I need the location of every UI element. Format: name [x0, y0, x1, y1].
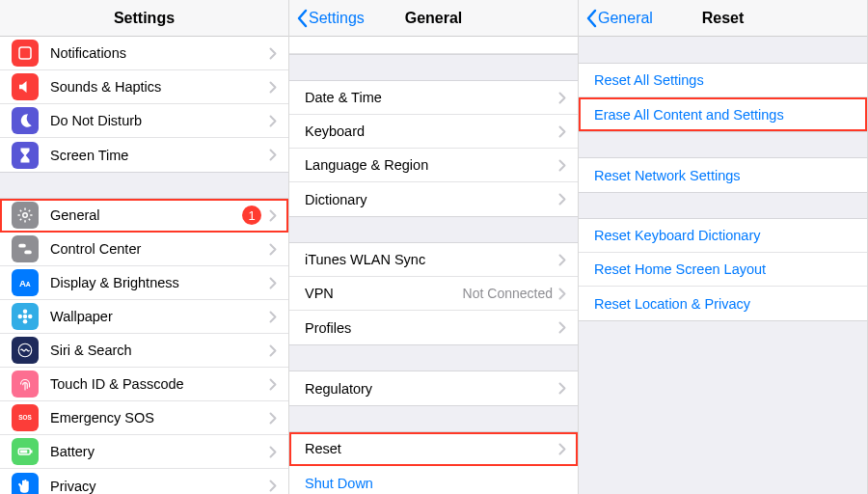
clipped-row: [289, 37, 578, 54]
chevron-right-icon: [269, 311, 277, 323]
row-label: Reset Keyboard Dictionary: [594, 228, 855, 243]
sidebar-item-general[interactable]: General1: [0, 199, 288, 233]
sidebar-item-emergency-sos[interactable]: SOSEmergency SOS: [0, 401, 288, 435]
page-title: General: [405, 10, 463, 27]
row-label: Language & Region: [305, 157, 558, 173]
page-title: Reset: [702, 10, 745, 27]
badge: 1: [242, 206, 261, 225]
svg-rect-0: [19, 47, 31, 59]
svg-rect-2: [18, 244, 26, 248]
hand-icon: [12, 473, 39, 495]
svg-point-8: [23, 319, 28, 324]
fingerprint-icon: [12, 370, 39, 398]
row-language-region[interactable]: Language & Region: [289, 149, 578, 182]
row-date-time[interactable]: Date & Time: [289, 81, 578, 115]
row-profiles[interactable]: Profiles: [289, 311, 578, 344]
svg-point-9: [18, 315, 23, 319]
notifications-icon: [12, 40, 39, 67]
row-label: Display & Brightness: [50, 275, 267, 290]
chevron-right-icon: [269, 243, 277, 256]
chevron-right-icon: [558, 382, 566, 395]
row-shut-down[interactable]: Shut Down: [289, 466, 578, 494]
row-reset-location-privacy[interactable]: Reset Location & Privacy: [579, 287, 867, 320]
row-reset-network-settings[interactable]: Reset Network Settings: [579, 158, 867, 192]
sidebar-item-battery[interactable]: Battery: [0, 435, 288, 469]
general-panel: Settings General Date & TimeKeyboardLang…: [289, 0, 579, 494]
row-label: Reset Home Screen Layout: [594, 261, 855, 277]
row-label: Reset Network Settings: [594, 168, 855, 183]
chevron-right-icon: [269, 81, 277, 94]
flower-icon: [12, 303, 39, 330]
sidebar-item-notifications[interactable]: Notifications: [0, 37, 288, 70]
siri-icon: [12, 337, 39, 364]
row-reset[interactable]: Reset: [289, 432, 578, 466]
row-regulatory[interactable]: Regulatory: [289, 371, 578, 405]
row-label: Erase All Content and Settings: [594, 107, 855, 123]
row-label: Keyboard: [305, 124, 558, 139]
sidebar-item-display-brightness[interactable]: AADisplay & Brightness: [0, 266, 288, 300]
row-label: Wallpaper: [50, 309, 267, 324]
aa-icon: AA: [12, 269, 39, 296]
row-label: Battery: [50, 444, 267, 459]
row-vpn[interactable]: VPNNot Connected: [289, 277, 578, 311]
sidebar-item-privacy[interactable]: Privacy: [0, 469, 288, 494]
row-reset-all-settings[interactable]: Reset All Settings: [579, 64, 867, 97]
sidebar-item-sounds-haptics[interactable]: Sounds & Haptics: [0, 70, 288, 104]
row-label: Emergency SOS: [50, 410, 267, 425]
row-label: iTunes WLAN Sync: [305, 252, 558, 267]
chevron-right-icon: [269, 344, 277, 357]
svg-text:A: A: [26, 281, 31, 288]
sidebar-item-screen-time[interactable]: Screen Time: [0, 138, 288, 172]
chevron-right-icon: [558, 443, 566, 455]
svg-point-7: [23, 310, 28, 315]
chevron-right-icon: [269, 47, 277, 60]
row-label: Profiles: [305, 320, 558, 336]
row-reset-home-screen-layout[interactable]: Reset Home Screen Layout: [579, 253, 867, 287]
row-itunes-wlan-sync[interactable]: iTunes WLAN Sync: [289, 243, 578, 277]
sidebar-item-wallpaper[interactable]: Wallpaper: [0, 300, 288, 334]
settings-list: NotificationsSounds & HapticsDo Not Dist…: [0, 37, 288, 494]
svg-text:SOS: SOS: [18, 414, 32, 421]
row-label: Reset All Settings: [594, 72, 855, 88]
row-label: General: [50, 207, 242, 223]
row-label: Notifications: [50, 45, 267, 61]
hourglass-icon: [12, 142, 39, 169]
row-reset-keyboard-dictionary[interactable]: Reset Keyboard Dictionary: [579, 219, 867, 253]
chevron-right-icon: [269, 446, 277, 458]
chevron-right-icon: [558, 193, 566, 206]
page-title: Settings: [114, 10, 175, 27]
sidebar-item-do-not-disturb[interactable]: Do Not Disturb: [0, 104, 288, 138]
svg-text:A: A: [19, 278, 26, 288]
chevron-right-icon: [558, 254, 566, 266]
general-list: Date & TimeKeyboardLanguage & RegionDict…: [289, 37, 578, 494]
row-label: Date & Time: [305, 90, 558, 105]
chevron-right-icon: [269, 480, 277, 492]
row-label: Reset: [305, 441, 558, 456]
sidebar-item-touch-id-passcode[interactable]: Touch ID & Passcode: [0, 368, 288, 401]
svg-point-10: [28, 315, 33, 319]
svg-rect-15: [20, 451, 28, 453]
row-dictionary[interactable]: Dictionary: [289, 182, 578, 216]
moon-icon: [12, 107, 39, 134]
chevron-right-icon: [558, 92, 566, 104]
sidebar-item-control-center[interactable]: Control Center: [0, 233, 288, 266]
chevron-right-icon: [558, 125, 566, 138]
gear-icon: [12, 202, 39, 229]
chevron-right-icon: [558, 159, 566, 172]
svg-point-6: [23, 315, 28, 319]
row-keyboard[interactable]: Keyboard: [289, 115, 578, 149]
back-button[interactable]: Settings: [295, 0, 365, 37]
header: Settings: [0, 0, 288, 37]
sidebar-item-siri-search[interactable]: Siri & Search: [0, 334, 288, 368]
sounds-icon: [12, 73, 39, 100]
settings-panel: Settings NotificationsSounds & HapticsDo…: [0, 0, 289, 494]
switches-icon: [12, 235, 39, 262]
battery-icon: [12, 438, 39, 465]
back-button[interactable]: General: [584, 0, 653, 37]
chevron-right-icon: [269, 115, 277, 127]
header: Settings General: [289, 0, 578, 37]
back-label: Settings: [309, 10, 365, 27]
row-label: Dictionary: [305, 192, 558, 207]
row-erase-all-content-and-settings[interactable]: Erase All Content and Settings: [579, 97, 867, 131]
chevron-right-icon: [269, 412, 277, 425]
